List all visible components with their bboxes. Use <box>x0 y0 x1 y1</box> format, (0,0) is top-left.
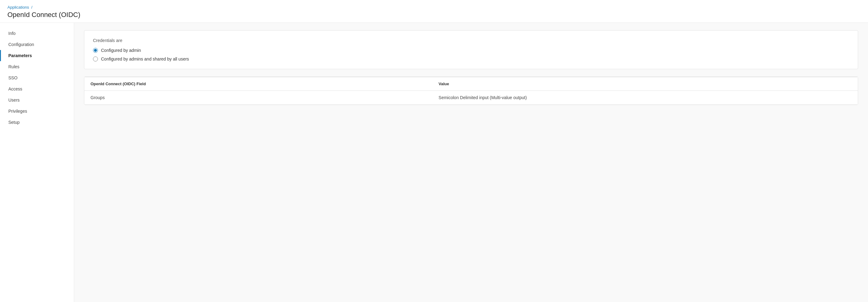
oidc-table-card: OpenId Connect (OIDC) Field Value Groups… <box>84 76 858 105</box>
sidebar-item-info[interactable]: Info <box>0 28 74 39</box>
table-header-row: OpenId Connect (OIDC) Field Value <box>84 77 858 91</box>
radio-label-admin-configured[interactable]: Configured by admin <box>101 48 141 53</box>
sidebar-item-users[interactable]: Users <box>0 95 74 106</box>
main-content: Credentials are Configured by admin Conf… <box>74 23 868 302</box>
radio-option-shared[interactable]: Configured by admins and shared by all u… <box>93 57 849 62</box>
sidebar-item-sso[interactable]: SSO <box>0 72 74 83</box>
content-area: Info Configuration Parameters Rules SSO … <box>0 23 868 302</box>
sidebar-item-configuration[interactable]: Configuration <box>0 39 74 50</box>
page-container: Applications / OpenId Connect (OIDC) Inf… <box>0 0 868 302</box>
sidebar-item-rules[interactable]: Rules <box>0 61 74 72</box>
breadcrumb-applications-link[interactable]: Applications <box>7 5 29 9</box>
sidebar-item-parameters[interactable]: Parameters <box>0 50 74 61</box>
sidebar: Info Configuration Parameters Rules SSO … <box>0 23 74 302</box>
table-header-field: OpenId Connect (OIDC) Field <box>84 77 432 91</box>
radio-admin-configured[interactable] <box>93 48 98 53</box>
table-row: Groups Semicolon Delimited input (Multi-… <box>84 91 858 105</box>
oidc-table: OpenId Connect (OIDC) Field Value Groups… <box>84 77 858 105</box>
table-cell-field-groups: Groups <box>84 91 432 105</box>
table-cell-value-groups: Semicolon Delimited input (Multi-value o… <box>432 91 858 105</box>
table-header-value: Value <box>432 77 858 91</box>
sidebar-item-setup[interactable]: Setup <box>0 117 74 128</box>
page-title: OpenId Connect (OIDC) <box>7 11 861 19</box>
radio-shared[interactable] <box>93 57 98 62</box>
breadcrumb-separator: / <box>31 5 32 9</box>
credentials-label: Credentials are <box>93 38 849 43</box>
sidebar-item-privileges[interactable]: Privileges <box>0 106 74 117</box>
credentials-radio-group: Configured by admin Configured by admins… <box>93 48 849 62</box>
credentials-card: Credentials are Configured by admin Conf… <box>84 30 858 69</box>
breadcrumb: Applications / <box>7 5 861 9</box>
header: Applications / OpenId Connect (OIDC) <box>0 0 868 23</box>
radio-label-shared[interactable]: Configured by admins and shared by all u… <box>101 57 189 62</box>
sidebar-item-access[interactable]: Access <box>0 83 74 95</box>
radio-option-admin-configured[interactable]: Configured by admin <box>93 48 849 53</box>
credentials-section: Credentials are Configured by admin Conf… <box>84 31 858 69</box>
